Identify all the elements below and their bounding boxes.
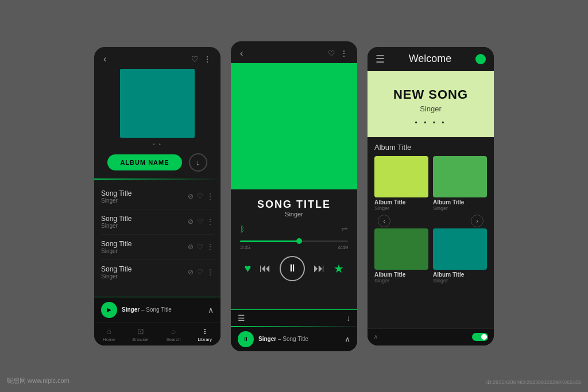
albums-grid: Album Title Singer Album Title Singer bbox=[374, 156, 487, 211]
prev-arrow[interactable]: ‹ bbox=[378, 215, 390, 227]
album-name: Album Title bbox=[374, 271, 428, 278]
block-icon[interactable]: ⊘ bbox=[188, 243, 194, 251]
next-icon[interactable]: ⏭ bbox=[314, 262, 325, 275]
heart-icon[interactable]: ♡ bbox=[197, 192, 203, 200]
album-name: Album Title bbox=[433, 199, 487, 205]
song-item: Song Title Singer ⊘ ♡ ⋮ bbox=[101, 209, 214, 235]
np-singer: Singer bbox=[258, 336, 276, 342]
download-button[interactable]: ↓ bbox=[189, 153, 207, 172]
nav-library-label: Library bbox=[198, 337, 212, 342]
block-icon[interactable]: ⊘ bbox=[188, 218, 194, 226]
album-thumb bbox=[433, 156, 487, 197]
np-song: Song Title bbox=[283, 336, 308, 342]
more-icon[interactable]: ⋮ bbox=[340, 49, 348, 58]
song-title-area: SONG TITLE Singer bbox=[231, 189, 357, 222]
back-icon[interactable]: ‹ bbox=[103, 54, 106, 64]
block-icon[interactable]: ⊘ bbox=[188, 268, 194, 276]
progress-dot bbox=[296, 238, 302, 244]
star-icon[interactable]: ★ bbox=[334, 262, 344, 275]
download-icon[interactable]: ↓ bbox=[346, 313, 350, 323]
album-name: Album Title bbox=[374, 199, 428, 205]
song-title: Song Title bbox=[101, 189, 131, 197]
mini-play-button[interactable]: ▶ bbox=[101, 302, 117, 318]
album-singer: Singer bbox=[433, 205, 487, 211]
expand-icon[interactable]: ∧ bbox=[208, 305, 214, 315]
welcome-text: Welcome bbox=[409, 53, 452, 65]
singer-name: Singer bbox=[101, 197, 131, 204]
bluetooth-row: ᛒ ⇌ bbox=[231, 222, 357, 238]
back-icon[interactable]: ‹ bbox=[240, 48, 243, 59]
new-song-title: NEW SONG bbox=[377, 87, 485, 102]
now-playing-bar: ▶ Singer – Song Title ∧ bbox=[94, 297, 220, 323]
heart-icon[interactable]: ♡ bbox=[197, 243, 203, 251]
phone-1: ‹ ♡ ⋮ • • ALBUM NAME ↓ Song Title Singer bbox=[94, 47, 220, 346]
singer-name: Singer bbox=[377, 104, 485, 113]
nav-search[interactable]: ⌕ Search bbox=[166, 327, 180, 342]
album-art bbox=[120, 69, 195, 138]
album-card[interactable]: Album Title Singer bbox=[374, 228, 428, 284]
album-thumb bbox=[374, 156, 428, 197]
home-icon: ⌂ bbox=[106, 327, 111, 336]
album-card[interactable]: Album Title Singer bbox=[433, 156, 487, 211]
heart-icon[interactable]: ♡ bbox=[197, 218, 203, 226]
heart-icon[interactable]: ♡ bbox=[328, 49, 335, 58]
more-icon[interactable]: ⋮ bbox=[207, 268, 214, 276]
nav-library[interactable]: ⫶ Library bbox=[198, 327, 212, 342]
album-thumb bbox=[374, 228, 428, 270]
phone-2: ‹ ♡ ⋮ SONG TITLE Singer ᛒ ⇌ 3:45 4:49 bbox=[231, 41, 357, 351]
mini-play-button[interactable]: ⏸ bbox=[238, 331, 254, 347]
album-name-button[interactable]: ALBUM NAME bbox=[107, 154, 181, 170]
np-dash: – bbox=[141, 306, 146, 313]
nav-search-label: Search bbox=[166, 337, 180, 342]
album-singer: Singer bbox=[433, 278, 487, 284]
nav-arrows: ‹ › bbox=[374, 211, 487, 228]
progress-bar[interactable] bbox=[240, 240, 348, 242]
heart-icon[interactable]: ♡ bbox=[191, 55, 199, 64]
album-card[interactable]: Album Title Singer bbox=[433, 228, 487, 284]
song-title: Song Title bbox=[101, 215, 131, 223]
song-title: Song Title bbox=[101, 240, 131, 248]
divider bbox=[94, 178, 220, 180]
song-title: Song Title bbox=[101, 265, 131, 273]
singer-name: Singer bbox=[101, 248, 131, 254]
expand-icon[interactable]: ∧ bbox=[345, 335, 350, 344]
progress-area: 3:45 4:49 bbox=[231, 238, 357, 250]
block-icon[interactable]: ⊘ bbox=[188, 192, 194, 200]
bluetooth-icon[interactable]: ᛒ bbox=[240, 224, 245, 234]
nav-home[interactable]: ⌂ Home bbox=[103, 327, 115, 342]
singer-name: Singer bbox=[231, 211, 357, 218]
more-icon[interactable]: ⋮ bbox=[207, 243, 214, 251]
more-icon[interactable]: ⋮ bbox=[203, 55, 211, 64]
album-name: Album Title bbox=[433, 271, 487, 278]
albums-section: Album Title Album Title Singer Album Tit… bbox=[368, 137, 494, 286]
chevron-up-icon[interactable]: ∧ bbox=[373, 333, 378, 341]
song-title: SONG TITLE bbox=[231, 199, 357, 211]
progress-fill bbox=[240, 240, 299, 242]
download-icon: ↓ bbox=[196, 158, 200, 167]
pause-button[interactable]: ⏸ bbox=[280, 256, 305, 281]
menu-icon[interactable]: ☰ bbox=[238, 313, 245, 323]
more-icon[interactable]: ⋮ bbox=[207, 192, 214, 200]
np-dash: – bbox=[278, 336, 283, 342]
album-singer: Singer bbox=[374, 278, 428, 284]
next-arrow[interactable]: › bbox=[471, 215, 483, 227]
heart-icon[interactable]: ♡ bbox=[197, 268, 203, 276]
song-item: Song Title Singer ⊘ ♡ ⋮ bbox=[101, 184, 214, 209]
prev-icon[interactable]: ⏮ bbox=[260, 262, 271, 275]
watermark-id: ID:29354206 NO:2023081022904062106 bbox=[486, 379, 581, 385]
library-icon: ⫶ bbox=[203, 327, 207, 336]
nav-browser[interactable]: ⊡ Browser bbox=[132, 327, 149, 342]
song-item: Song Title Singer ⊘ ♡ ⋮ bbox=[101, 260, 214, 285]
more-icon[interactable]: ⋮ bbox=[207, 218, 214, 226]
p3-header: ☰ Welcome bbox=[368, 47, 494, 71]
album-dots: • • bbox=[94, 141, 220, 148]
toggle-switch[interactable] bbox=[472, 333, 488, 341]
album-card[interactable]: Album Title Singer bbox=[374, 156, 428, 211]
menu-icon[interactable]: ☰ bbox=[376, 53, 385, 65]
shuffle-icon[interactable]: ⇌ bbox=[341, 224, 348, 234]
phone-3: ☰ Welcome NEW SONG Singer • • • • Album … bbox=[368, 47, 494, 346]
menu-row: ☰ ↓ bbox=[231, 310, 357, 326]
favorite-icon[interactable]: ♥ bbox=[244, 262, 251, 275]
status-dot bbox=[475, 54, 486, 64]
browser-icon: ⊡ bbox=[137, 327, 144, 336]
